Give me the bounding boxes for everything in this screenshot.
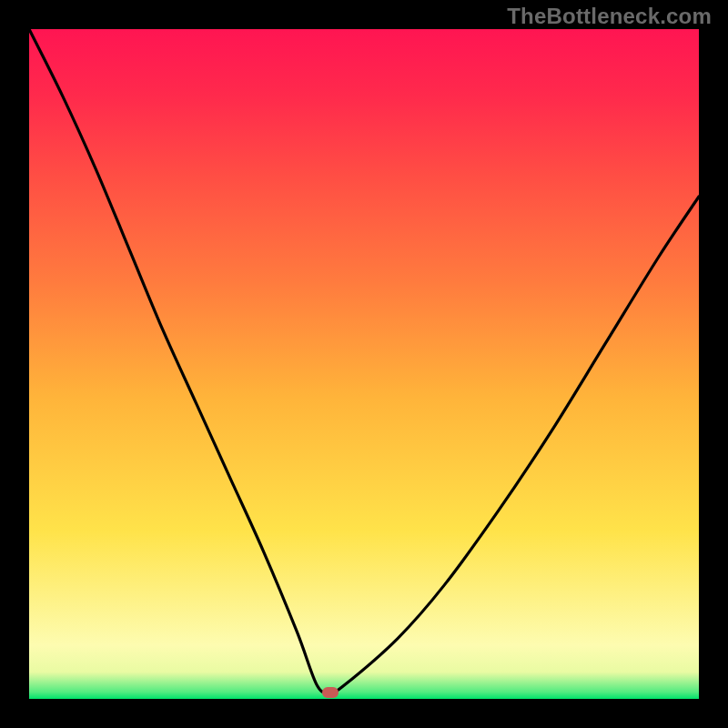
watermark-text: TheBottleneck.com	[507, 4, 712, 29]
bottleneck-curve	[29, 29, 699, 699]
minimum-marker	[322, 687, 339, 698]
chart-frame: TheBottleneck.com	[0, 0, 728, 728]
plot-area	[29, 29, 699, 699]
